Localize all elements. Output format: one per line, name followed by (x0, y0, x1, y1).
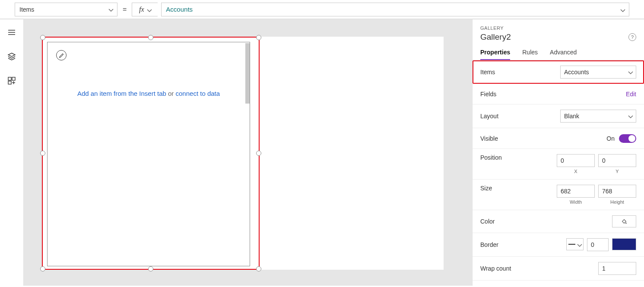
prop-label: Position (480, 154, 502, 161)
tab-rules[interactable]: Rules (522, 49, 538, 60)
prop-label: Items (480, 69, 495, 76)
color-picker[interactable] (612, 215, 636, 227)
size-h-label: Height (598, 199, 636, 205)
size-h-input[interactable] (598, 185, 636, 198)
paint-bucket-icon (621, 218, 627, 224)
border-line-icon (568, 244, 575, 245)
tab-properties[interactable]: Properties (480, 49, 510, 60)
border-style-dropdown[interactable] (566, 238, 584, 250)
chevron-down-icon (577, 242, 581, 246)
pencil-icon (59, 53, 64, 58)
chevron-down-icon (628, 114, 632, 118)
resize-handle[interactable] (148, 266, 153, 271)
prop-size: Size Width Height (473, 180, 644, 210)
border-color-picker[interactable] (612, 238, 636, 250)
left-toolbar (0, 19, 24, 286)
resize-handle[interactable] (256, 266, 261, 271)
pos-x-input[interactable] (557, 154, 595, 167)
canvas-area[interactable]: Add an item from the Insert tab or conne… (24, 19, 472, 286)
prop-label: Layout (480, 113, 498, 120)
properties-pane: GALLERY Gallery2 ? Properties Rules Adva… (472, 19, 644, 286)
prop-label: Wrap count (480, 265, 511, 272)
pane-header: GALLERY Gallery2 ? (473, 25, 644, 42)
prop-label: Color (480, 218, 495, 225)
prop-fields: Fields Edit (473, 84, 644, 104)
chevron-down-icon (628, 70, 632, 74)
device-screen: Add an item from the Insert tab or conne… (42, 37, 444, 270)
toggle-switch[interactable] (619, 134, 636, 143)
main-layout: Add an item from the Insert tab or conne… (0, 19, 644, 286)
layout-value: Blank (564, 113, 579, 120)
pane-tabs: Properties Rules Advanced (473, 49, 644, 60)
resize-handle[interactable] (40, 151, 45, 156)
prop-label: Size (480, 185, 492, 192)
prop-label: Border (480, 241, 498, 248)
edit-template-button[interactable] (56, 50, 67, 60)
chevron-down-icon (108, 7, 113, 12)
prop-visible: Visible On (473, 128, 644, 149)
prop-label: Visible (480, 135, 498, 142)
connect-data-link[interactable]: connect to data (176, 90, 220, 97)
svg-rect-0 (8, 77, 11, 80)
items-value: Accounts (564, 69, 589, 76)
prop-label: Fields (480, 91, 496, 98)
fields-edit-link[interactable]: Edit (626, 91, 636, 98)
gallery-placeholder: Add an item from the Insert tab or conne… (48, 90, 250, 97)
insert-link[interactable]: Add an item from the Insert tab (77, 90, 166, 97)
layout-dropdown[interactable]: Blank (560, 110, 636, 123)
fx-icon: fx (139, 6, 144, 13)
prop-border: Border (473, 233, 644, 257)
hamburger-icon[interactable] (7, 28, 16, 37)
resize-handle[interactable] (148, 35, 153, 40)
prop-layout: Layout Blank (473, 104, 644, 128)
visible-toggle[interactable]: On (606, 134, 636, 143)
visible-text: On (606, 135, 615, 142)
chevron-down-icon (147, 7, 151, 12)
resize-handle[interactable] (256, 151, 261, 156)
resize-handle[interactable] (256, 35, 261, 40)
prop-position: Position X Y (473, 149, 644, 180)
help-icon[interactable]: ? (628, 33, 636, 41)
prop-wrap-count: Wrap count (473, 257, 644, 281)
size-w-input[interactable] (557, 185, 595, 198)
property-dropdown-label: Items (19, 6, 34, 13)
gallery-control[interactable]: Add an item from the Insert tab or conne… (47, 42, 250, 266)
size-w-label: Width (557, 199, 595, 205)
border-width-input[interactable] (587, 238, 609, 251)
placeholder-or: or (166, 90, 176, 97)
chevron-down-icon (620, 7, 625, 12)
prop-items: Items Accounts (473, 60, 644, 84)
selection-outline: Add an item from the Insert tab or conne… (42, 37, 260, 270)
prop-color: Color (473, 210, 644, 233)
pos-y-input[interactable] (598, 154, 636, 167)
resize-handle[interactable] (40, 35, 45, 40)
control-type-label: GALLERY (480, 25, 636, 31)
control-name: Gallery2 (480, 32, 511, 42)
formula-input[interactable]: Accounts (161, 3, 629, 16)
formula-text: Accounts (166, 6, 193, 13)
position-inputs: X Y (557, 154, 636, 174)
size-inputs: Width Height (557, 185, 636, 205)
pos-y-label: Y (598, 169, 636, 174)
fx-button[interactable]: fx (132, 3, 158, 16)
svg-rect-1 (12, 77, 15, 80)
property-dropdown[interactable]: Items (15, 3, 117, 16)
formula-bar: Items = fx Accounts (0, 0, 644, 19)
property-list: Items Accounts Fields Edit Layout Blank … (473, 60, 644, 286)
svg-rect-2 (8, 81, 11, 84)
resize-handle[interactable] (40, 266, 45, 271)
layers-icon[interactable] (7, 52, 16, 61)
pos-x-label: X (557, 169, 595, 174)
tab-advanced[interactable]: Advanced (550, 49, 577, 60)
wrap-count-input[interactable] (598, 262, 636, 275)
equals-sign: = (121, 6, 128, 13)
apps-icon[interactable] (7, 76, 16, 85)
items-dropdown[interactable]: Accounts (560, 66, 636, 79)
